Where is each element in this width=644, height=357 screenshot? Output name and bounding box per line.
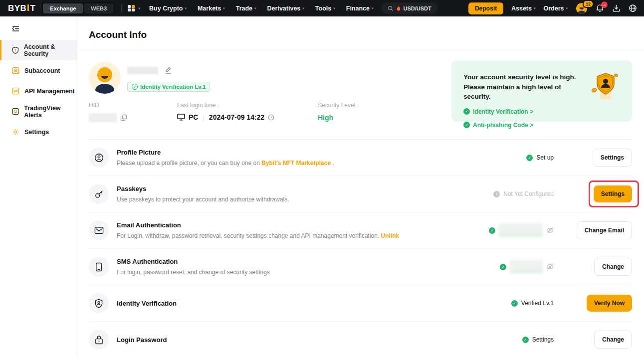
search-box[interactable]: USD/USDT — [382, 2, 437, 14]
masked-username — [127, 67, 158, 74]
divider: | — [203, 114, 204, 121]
row-desc: For Login, withdraw, password retrieval,… — [117, 232, 399, 239]
bybit-logo[interactable]: BYBT — [8, 3, 35, 13]
check-circle-icon: ✓ — [463, 108, 470, 115]
navbar-right: Deposit Assets▾ Orders▾ 12 ••• — [468, 2, 637, 14]
change-sms-button[interactable]: Change — [594, 258, 632, 276]
nav-tools[interactable]: Tools▾ — [315, 5, 335, 12]
search-icon — [388, 5, 394, 11]
chevron-down-icon: ▾ — [566, 6, 568, 10]
row-desc: For login, password reset, and change of… — [117, 269, 270, 276]
nft-marketplace-link[interactable]: Bybit's NFT Marketplace — [261, 160, 331, 167]
apps-grid-icon[interactable]: ▾ — [128, 5, 140, 12]
sidebar-item-tradingview-alerts[interactable]: TradingView Alerts — [0, 101, 77, 122]
row-email-authentication: Email Authentication For Login, withdraw… — [89, 212, 632, 249]
uid-label: UID — [89, 102, 177, 109]
eye-slash-icon[interactable] — [546, 264, 554, 270]
row-passkeys: Passkeys Use passkeys to protect your ac… — [89, 176, 632, 212]
masked-uid — [89, 113, 117, 122]
api-icon: API — [12, 87, 19, 95]
sidebar-collapse-icon[interactable] — [0, 23, 77, 40]
main-content: Account Info — [77, 16, 644, 357]
row-profile-picture: Profile Picture Please upload a profile … — [89, 140, 632, 176]
login-device: PC — [189, 113, 198, 121]
check-circle-icon: ✓ — [522, 337, 529, 343]
row-status: ✓ Settings — [522, 336, 554, 343]
row-title: Profile Picture — [117, 149, 334, 156]
sidebar-item-settings[interactable]: Settings — [0, 122, 77, 142]
sidebar-item-account-security[interactable]: Account & Security — [0, 40, 77, 60]
top-navbar: BYBT Exchange WEB3 ▾ Buy Crypto▾ Markets… — [0, 0, 644, 16]
shield-illustration — [590, 71, 619, 102]
copy-icon[interactable] — [120, 114, 127, 121]
main-menu: Buy Crypto▾ Markets▾ Trade▾ Derivatives▾… — [149, 5, 373, 12]
profile-picture-icon — [89, 148, 109, 168]
subaccount-icon — [12, 67, 19, 74]
account-sidebar: Account & Security Subaccount API API Ma… — [0, 16, 77, 357]
profile-summary: ✓ Identity Verification Lv.1 UID Last lo… — [77, 50, 644, 139]
tab-exchange[interactable]: Exchange — [43, 3, 83, 13]
security-level-value: High — [318, 114, 359, 122]
row-desc: Please upload a profile picture, or you … — [117, 160, 334, 167]
chevron-down-icon: ▾ — [254, 6, 256, 10]
verify-now-button[interactable]: Verify Now — [587, 295, 632, 312]
tab-web3[interactable]: WEB3 — [84, 3, 114, 13]
row-login-password: Login Password ✓ Settings Change — [89, 322, 632, 357]
check-circle-icon: ✓ — [511, 300, 518, 307]
nav-trade[interactable]: Trade▾ — [236, 5, 256, 12]
row-status: i Not Yet Configured — [493, 190, 554, 197]
row-title: Identity Verification — [117, 300, 177, 307]
sidebar-item-api-management[interactable]: API API Management — [0, 81, 77, 101]
chevron-down-icon: ▾ — [302, 6, 304, 10]
unlink-email-link[interactable]: Unlink — [381, 232, 400, 239]
security-settings-list: Profile Picture Please upload a profile … — [89, 139, 632, 357]
check-circle-icon: ✓ — [463, 122, 470, 128]
alert-dot-badge: ••• — [601, 1, 608, 8]
row-title: SMS Authentication — [117, 258, 270, 265]
nav-derivatives[interactable]: Derivatives▾ — [267, 5, 304, 12]
last-login-label: Last login time : — [177, 102, 318, 109]
download-app-icon[interactable] — [612, 4, 621, 12]
deposit-button[interactable]: Deposit — [468, 2, 503, 14]
anti-phishing-code-link[interactable]: ✓ Anti-phishing Code > — [463, 122, 622, 129]
nav-assets[interactable]: Assets▾ — [511, 5, 536, 12]
product-switcher: Exchange WEB3 — [41, 2, 115, 15]
gear-icon — [12, 128, 19, 136]
notifications-bell-icon[interactable]: ••• — [596, 4, 604, 12]
account-avatar-icon[interactable]: 12 — [576, 2, 588, 14]
change-password-button[interactable]: Change — [594, 331, 632, 349]
identity-verification-link[interactable]: ✓ Identity Verification > — [463, 108, 622, 115]
info-circle-icon: i — [493, 191, 500, 197]
row-status: ✓ Verified Lv.1 — [511, 300, 554, 307]
profile-avatar[interactable] — [89, 62, 121, 94]
profile-picture-settings-button[interactable]: Settings — [593, 149, 632, 167]
row-title: Passkeys — [117, 185, 289, 192]
nav-orders[interactable]: Orders▾ — [543, 5, 568, 12]
passkeys-icon — [89, 184, 109, 204]
nav-markets[interactable]: Markets▾ — [198, 5, 225, 12]
sidebar-item-subaccount[interactable]: Subaccount — [0, 60, 77, 81]
search-value: USD/USDT — [404, 5, 431, 11]
shield-icon — [12, 46, 19, 54]
sidebar-item-label: TradingView Alerts — [24, 105, 77, 119]
language-globe-icon[interactable] — [629, 4, 637, 12]
tradingview-alerts-icon — [12, 108, 19, 115]
row-identity-verification: Identity Verification ✓ Verified Lv.1 Ve… — [89, 285, 632, 322]
nav-finance[interactable]: Finance▾ — [346, 5, 374, 12]
row-status: ✓ — [489, 223, 554, 237]
passkeys-settings-button[interactable]: Settings — [594, 185, 632, 202]
clock-icon[interactable] — [268, 114, 274, 121]
chevron-down-icon: ▾ — [534, 6, 536, 10]
sidebar-item-label: API Management — [24, 88, 75, 95]
page-title: Account Info — [89, 29, 632, 40]
lock-icon — [89, 330, 109, 350]
nav-buy-crypto[interactable]: Buy Crypto▾ — [149, 5, 187, 12]
edit-pencil-icon[interactable] — [164, 66, 173, 74]
change-email-button[interactable]: Change Email — [577, 221, 632, 239]
phone-icon — [89, 257, 109, 277]
logo-text-left: BYB — [8, 3, 26, 13]
masked-email — [499, 223, 543, 237]
eye-slash-icon[interactable] — [546, 227, 554, 233]
row-title: Login Password — [117, 336, 167, 344]
kyc-level-badge: ✓ Identity Verification Lv.1 — [127, 82, 210, 92]
